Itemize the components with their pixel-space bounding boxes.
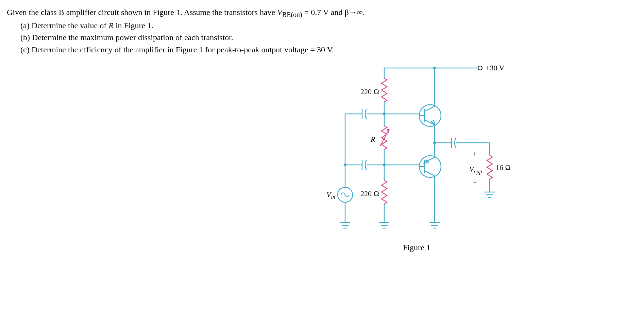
rload-label: 16 Ω [496,163,511,172]
svg-line-10 [424,120,435,125]
svg-line-24 [424,171,435,176]
svg-point-12 [433,67,436,69]
vout-label: Vopp [469,165,482,175]
a-text: (a) Determine the value of [20,21,108,30]
minus-label: − [473,178,477,187]
vin-label: Vin [326,190,335,200]
svg-line-9 [424,106,435,111]
a-rest: in Figure 1. [114,21,153,30]
sub-questions: (a) Determine the value of R in Figure 1… [7,20,637,56]
vbe-sub: BE(on) [282,11,302,18]
figure-caption: Figure 1 [403,243,430,252]
part-a: (a) Determine the value of R in Figure 1… [20,20,637,32]
svg-point-1 [478,66,482,70]
svg-line-17 [380,131,388,146]
r-top-label: 220 Ω [360,87,379,96]
r-mid-label: R [370,135,375,143]
q-stem: Given the class B amplifier circuit show… [7,8,277,17]
plus-label: + [473,150,477,158]
r-bottom-label: 220 Ω [360,189,379,198]
a-var: R [108,21,114,30]
part-b: (b) Determine the maximum power dissipat… [20,32,637,44]
vbe-rest: = 0.7 V and β→∞. [302,8,365,17]
svg-point-42 [344,164,346,166]
problem-text: Given the class B amplifier circuit show… [7,7,637,56]
main-question: Given the class B amplifier circuit show… [7,7,637,19]
circuit-figure: +30 V 220 Ω R [289,63,527,253]
part-c: (c) Determine the efficiency of the ampl… [20,44,637,56]
svg-line-23 [424,157,435,162]
vcc-label: +30 V [486,64,505,72]
vbe-var: V [277,8,282,17]
